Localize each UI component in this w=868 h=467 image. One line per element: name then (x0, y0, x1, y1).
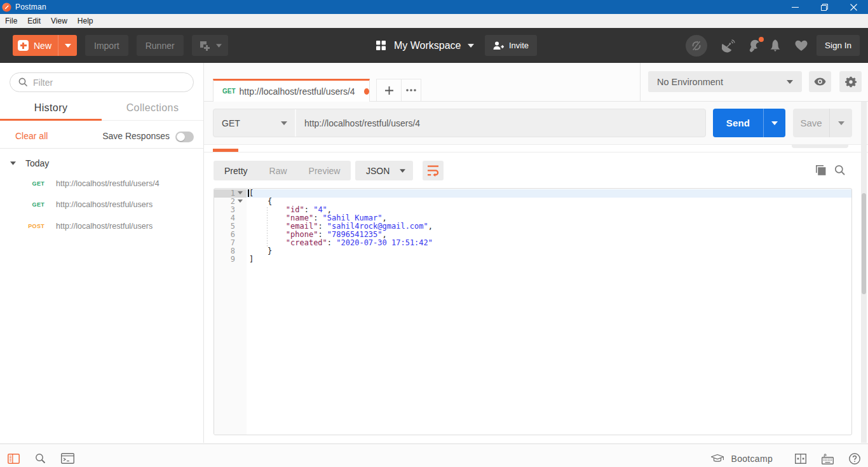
search-icon (834, 165, 846, 176)
history-item[interactable]: GEThttp://localhost/restful/users (0, 194, 203, 216)
copy-response-button[interactable] (816, 165, 827, 176)
chevron-down-icon (216, 44, 222, 48)
tab-history[interactable]: History (0, 102, 102, 121)
sync-disabled-button[interactable] (686, 35, 707, 57)
notifications-button[interactable] (769, 39, 782, 53)
new-button-caret[interactable] (58, 35, 77, 56)
tab-options-button[interactable] (401, 79, 421, 101)
history-item[interactable]: GEThttp://localhost/restful/users/4 (0, 173, 203, 194)
history-item[interactable]: POSThttp://localhost/restful/users (0, 215, 203, 237)
save-options-caret[interactable] (829, 109, 852, 137)
history-item-url: http://localhost/restful/users (56, 200, 153, 209)
response-body-editor[interactable]: 123456789 [ { "id": "4", "name": "Sahil … (214, 188, 852, 435)
tab-collections[interactable]: Collections (102, 102, 203, 121)
restore-button[interactable] (810, 0, 839, 14)
request-tabs-collapsed (204, 145, 868, 152)
console-button[interactable] (61, 453, 74, 464)
import-button[interactable]: Import (85, 35, 128, 56)
response-section: Pretty Raw Preview JSON (204, 152, 868, 443)
shortcuts-button[interactable] (822, 453, 834, 464)
menu-edit[interactable]: Edit (22, 14, 46, 28)
view-raw[interactable]: Raw (259, 166, 298, 176)
chevron-down-icon (400, 169, 405, 173)
indent-guide (267, 207, 268, 248)
two-pane-view-button[interactable] (795, 454, 806, 464)
plus-icon (18, 40, 29, 51)
save-responses-toggle[interactable] (175, 132, 194, 142)
eye-icon (814, 78, 826, 86)
history-group-today[interactable]: Today (0, 154, 203, 173)
titlebar: Postman (0, 0, 868, 14)
search-icon (18, 78, 28, 87)
new-window-icon (198, 39, 211, 52)
save-button[interactable]: Save (793, 109, 852, 137)
new-button-main[interactable]: New (13, 35, 58, 56)
view-preview[interactable]: Preview (298, 166, 351, 176)
chevron-down-icon (65, 44, 71, 48)
minimize-button[interactable] (780, 0, 810, 14)
workspace-switcher[interactable]: My Workspace (376, 28, 474, 63)
response-scrollbar[interactable] (861, 102, 867, 443)
sidebar-tabs: History Collections (0, 102, 203, 121)
request-tab[interactable]: GET http://localhost/restful/users/4 (213, 79, 370, 102)
request-tab-method: GET (222, 88, 236, 95)
filter-input[interactable]: Filter (10, 72, 194, 92)
view-pretty[interactable]: Pretty (214, 166, 259, 176)
bootcamp-button[interactable]: Bootcamp (711, 454, 773, 464)
code-line: ] (249, 255, 254, 264)
method-value: GET (222, 118, 240, 128)
settings-button[interactable] (839, 71, 862, 92)
chevron-down-icon (771, 121, 778, 125)
url-input[interactable]: http://localhost/restful/users/4 (296, 109, 705, 137)
announcements-button[interactable] (748, 39, 762, 53)
history-items: GEThttp://localhost/restful/users/4GETht… (0, 173, 203, 237)
send-button[interactable]: Send (713, 109, 785, 137)
plus-icon (384, 86, 394, 95)
menu-help[interactable]: Help (72, 14, 98, 28)
interceptor-button[interactable] (794, 39, 808, 52)
close-button[interactable] (839, 0, 868, 14)
toolbar-left-group: New Import Runner (13, 35, 228, 56)
graduation-cap-icon (711, 454, 724, 463)
invite-label: Invite (509, 41, 529, 50)
sign-in-button[interactable]: Sign In (817, 35, 860, 56)
fold-caret-icon[interactable] (238, 191, 243, 194)
find-button[interactable] (35, 453, 46, 464)
toggle-knob (177, 133, 185, 141)
search-response-button[interactable] (834, 165, 846, 176)
menu-view[interactable]: View (46, 14, 72, 28)
method-select[interactable]: GET (214, 109, 296, 137)
bootcamp-label: Bootcamp (731, 454, 773, 464)
new-tab-button[interactable] (377, 79, 401, 101)
heart-icon (794, 39, 808, 52)
chevron-down-icon (281, 121, 287, 125)
clear-all-link[interactable]: Clear all (15, 131, 48, 141)
satellite-button[interactable] (722, 39, 736, 53)
invite-button[interactable]: Invite (485, 35, 537, 56)
fold-caret-icon[interactable] (238, 200, 243, 203)
history-item-url: http://localhost/restful/users (56, 222, 153, 231)
open-new-button[interactable] (192, 35, 228, 56)
menu-file[interactable]: File (0, 14, 22, 28)
code-line: "created": "2020-07-30 17:51:42" (249, 239, 433, 247)
runner-button[interactable]: Runner (137, 35, 184, 56)
bell-icon (769, 39, 782, 53)
environment-preview-button[interactable] (809, 71, 831, 92)
unsaved-dot (364, 88, 369, 95)
sync-off-icon (690, 39, 703, 52)
help-icon (849, 453, 860, 464)
scrollbar-thumb[interactable] (862, 193, 866, 294)
help-button[interactable] (849, 453, 860, 464)
environment-select[interactable]: No Environment (648, 71, 802, 92)
new-button[interactable]: New (13, 35, 77, 56)
save-label: Save (793, 109, 829, 137)
text-cursor (248, 189, 249, 197)
invite-user-icon (493, 41, 504, 50)
send-options-caret[interactable] (763, 109, 785, 137)
wrap-lines-button[interactable] (423, 161, 444, 180)
params-active-indicator (213, 149, 238, 152)
toggle-sidebar-button[interactable] (8, 454, 20, 464)
filter-placeholder: Filter (33, 78, 53, 88)
response-format-select[interactable]: JSON (355, 161, 413, 180)
history-item-method: GET (28, 180, 44, 187)
